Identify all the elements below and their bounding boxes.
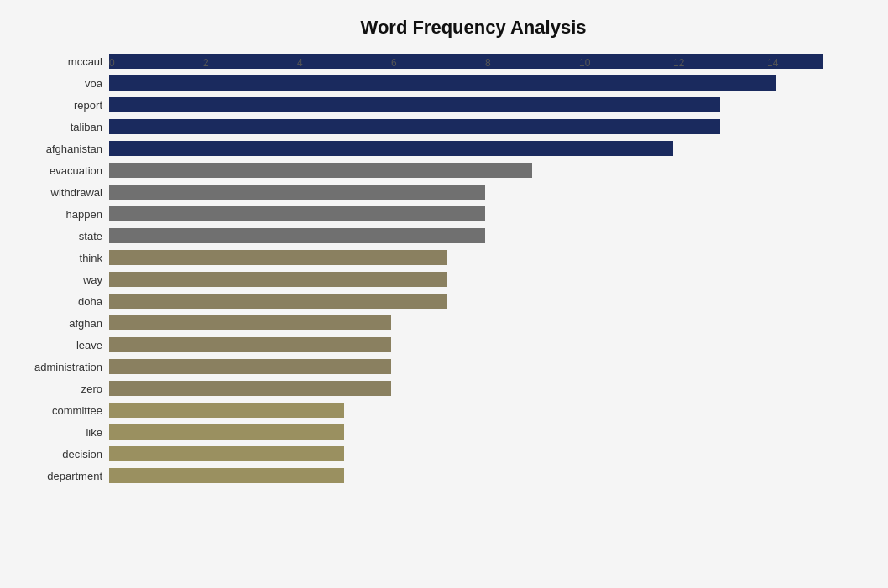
chart-title: Word Frequency Analysis	[109, 17, 838, 39]
bar-label: mccaul	[2, 55, 102, 68]
x-axis: 02468101214	[109, 57, 838, 74]
bar-label: committee	[2, 404, 102, 417]
bar-row: committee	[109, 403, 838, 418]
bar-label: happen	[2, 208, 102, 221]
bar-label: doha	[2, 295, 102, 308]
bar-fill	[109, 119, 720, 134]
chart-container: Word Frequency Analysis mccaulvoareportt…	[0, 0, 888, 588]
bar-fill	[109, 250, 447, 265]
bar-row: evacuation	[109, 163, 838, 178]
bar-fill	[109, 359, 391, 374]
bar-row: report	[109, 97, 838, 112]
bar-row: like	[109, 424, 838, 440]
bar-row: withdrawal	[109, 185, 838, 200]
bar-label: think	[2, 252, 102, 264]
bar-fill	[109, 163, 532, 178]
bar-label: decision	[2, 448, 102, 461]
bar-row: administration	[109, 359, 838, 374]
bar-row: state	[109, 228, 838, 243]
bar-fill	[109, 294, 447, 309]
bar-fill	[109, 468, 344, 483]
bar-row: doha	[109, 294, 838, 309]
bar-row: think	[109, 250, 838, 265]
bar-label: leave	[2, 339, 102, 351]
bar-fill	[109, 403, 344, 418]
bar-fill	[109, 272, 447, 287]
bar-row: decision	[109, 446, 838, 461]
bar-fill	[109, 228, 485, 243]
bar-row: way	[109, 272, 838, 287]
bar-row: taliban	[109, 119, 838, 134]
bar-label: afghanistan	[2, 143, 102, 155]
bar-label: taliban	[2, 121, 102, 133]
bar-row: leave	[109, 337, 838, 352]
bar-label: evacuation	[2, 164, 102, 177]
bar-fill	[109, 185, 485, 200]
bar-label: report	[2, 99, 102, 112]
bar-label: afghan	[2, 317, 102, 330]
bar-fill	[109, 206, 485, 221]
bar-row: department	[109, 468, 838, 483]
bar-fill	[109, 75, 776, 91]
bar-row: zero	[109, 381, 838, 396]
bar-label: way	[2, 273, 102, 286]
bar-fill	[109, 315, 391, 330]
bar-row: voa	[109, 75, 838, 91]
bar-fill	[109, 381, 391, 396]
bar-fill	[109, 97, 720, 112]
bar-fill	[109, 446, 344, 461]
bar-label: like	[2, 426, 102, 439]
bar-label: administration	[2, 361, 102, 373]
bar-row: happen	[109, 206, 838, 221]
bar-label: department	[2, 470, 102, 482]
bar-label: withdrawal	[2, 186, 102, 199]
bar-label: state	[2, 230, 102, 242]
bar-row: afghan	[109, 315, 838, 330]
bar-fill	[109, 337, 391, 352]
bar-fill	[109, 141, 673, 156]
bar-label: voa	[2, 77, 102, 90]
bar-label: zero	[2, 382, 102, 395]
chart-inner: mccaulvoareporttalibanafghanistanevacuat…	[109, 54, 838, 111]
bar-row: afghanistan	[109, 141, 838, 156]
bar-fill	[109, 424, 344, 440]
